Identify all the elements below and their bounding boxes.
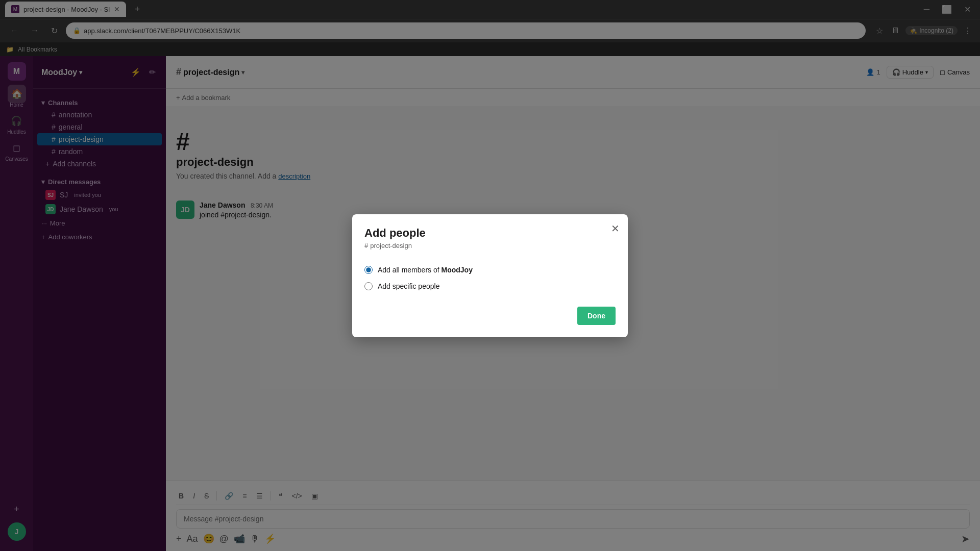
done-button[interactable]: Done: [577, 307, 616, 325]
option-workspace-name: MoodJoy: [442, 266, 473, 274]
radio-all-members[interactable]: [364, 266, 373, 274]
option-all-members-label: Add all members of MoodJoy: [378, 266, 473, 274]
radio-specific-people[interactable]: [364, 282, 373, 290]
modal-channel-name: project-design: [370, 242, 412, 249]
option-specific-people-label: Add specific people: [378, 282, 439, 290]
modal-subtitle: # project-design: [364, 242, 616, 249]
add-people-modal: Add people # project-design Add all memb…: [352, 214, 628, 337]
modal-overlay: Add people # project-design Add all memb…: [0, 0, 980, 551]
modal-footer: Done: [364, 307, 616, 325]
modal-option-specific-people[interactable]: Add specific people: [364, 278, 616, 294]
modal-title: Add people: [364, 227, 616, 240]
modal-option-all-members[interactable]: Add all members of MoodJoy: [364, 262, 616, 278]
modal-close-button[interactable]: ✕: [611, 222, 620, 235]
option-all-members-text: Add all members of: [378, 266, 442, 274]
modal-hash-icon: #: [364, 242, 368, 249]
